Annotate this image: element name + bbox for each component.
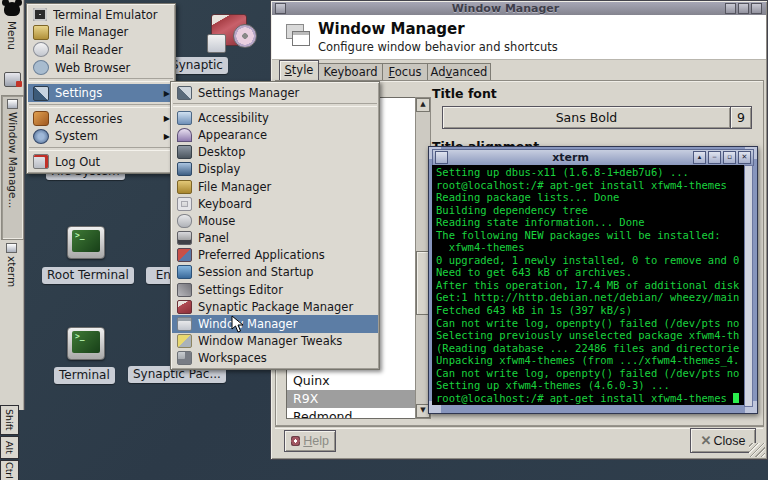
- terminal-line: Selecting previously unselected package …: [436, 329, 744, 342]
- synaptic-desktop-icon[interactable]: [207, 12, 257, 54]
- dialog-title: Window Manager: [287, 2, 724, 15]
- alt-key-button[interactable]: Alt: [0, 436, 19, 459]
- submenu-item-settings-manager[interactable]: Settings Manager: [172, 84, 378, 101]
- menu-item-settings[interactable]: Settings ▶: [28, 84, 174, 102]
- root-terminal-icon[interactable]: [67, 226, 105, 259]
- xterm-scrollbar[interactable]: [744, 165, 753, 407]
- close-button[interactable]: ✕ Close: [690, 428, 756, 453]
- terminal-line: Can not write log, openpty() failed (/de…: [436, 317, 744, 330]
- shift-key-button[interactable]: Shift: [0, 405, 19, 435]
- menu-separator: [29, 147, 173, 151]
- menu-item-file-manager[interactable]: File Manager: [28, 24, 174, 42]
- submenu-item-desktop[interactable]: Desktop: [172, 144, 378, 161]
- launcher-icon[interactable]: [4, 72, 21, 87]
- shade-icon[interactable]: ▴: [693, 151, 706, 164]
- window-manager-icon: [177, 317, 192, 331]
- terminal-line: Unpacking xfwm4-themes (from .../xfwm4-t…: [436, 354, 744, 367]
- help-button[interactable]: Help: [284, 430, 336, 452]
- preferred-applications-icon: [177, 248, 192, 262]
- submenu-item-window-manager[interactable]: Window Manager: [172, 315, 378, 332]
- tab-advanced[interactable]: Advanced: [427, 63, 491, 80]
- window-menu-icon[interactable]: [275, 3, 286, 14]
- submenu-item-mouse[interactable]: Mouse: [172, 212, 378, 229]
- panel-menu-button[interactable]: Menu: [6, 21, 18, 50]
- submenu-item-appearance[interactable]: Appearance: [172, 126, 378, 143]
- submenu-item-display[interactable]: Display: [172, 161, 378, 178]
- menu-separator: [173, 103, 377, 107]
- session-startup-icon: [177, 265, 192, 279]
- settings-icon: [33, 86, 49, 101]
- submenu-item-panel[interactable]: Panel: [172, 230, 378, 247]
- close-icon: ✕: [701, 433, 712, 448]
- terminal-icon-label[interactable]: Terminal: [54, 367, 115, 384]
- terminal-line: Get:1 http://http.debian.net/debian/ whe…: [436, 291, 744, 304]
- system-icon: [33, 129, 49, 144]
- settings-editor-icon: [177, 283, 192, 297]
- font-size-button[interactable]: 9: [730, 106, 752, 129]
- menu-item-web-browser[interactable]: Web Browser: [28, 59, 174, 77]
- xfce-menu-icon[interactable]: [4, 2, 20, 16]
- window-icon: [7, 99, 18, 109]
- floppy-icon: [207, 34, 226, 53]
- submenu-item-workspaces[interactable]: Workspaces: [172, 350, 378, 367]
- mail-icon: [33, 42, 49, 57]
- resize-grip[interactable]: [749, 443, 765, 457]
- theme-list-item[interactable]: Quinx: [287, 372, 415, 390]
- submenu-item-settings-editor[interactable]: Settings Editor: [172, 281, 378, 298]
- terminal-line: Reading state information... Done: [436, 216, 744, 229]
- dialog-titlebar[interactable]: Window Manager: [272, 2, 766, 15]
- scroll-up-icon[interactable]: ▲: [416, 98, 430, 112]
- title-font-heading: Title font: [432, 86, 497, 101]
- ctrl-key-button[interactable]: Ctrl: [0, 460, 19, 480]
- taskbar-item-window-manager[interactable]: Window Manage...: [1, 95, 24, 240]
- close-icon[interactable]: ✕: [738, 151, 751, 164]
- maximize-icon[interactable]: [738, 3, 749, 14]
- terminal-line: Fetched 643 kB in 1s (397 kB/s): [436, 304, 744, 317]
- desktop-icon: [177, 145, 192, 159]
- menu-item-mail-reader[interactable]: Mail Reader: [28, 41, 174, 59]
- web-browser-icon: [33, 60, 49, 75]
- submenu-item-file-manager[interactable]: File Manager: [172, 178, 378, 195]
- left-panel: Menu Window Manage... xterm: [0, 0, 25, 410]
- tab-keyboard[interactable]: Keyboard: [318, 63, 383, 80]
- submenu-item-keyboard[interactable]: Keyboard: [172, 195, 378, 212]
- desktop: Synaptic File System Root Terminal Ena T…: [0, 0, 768, 480]
- dialog-header-title: Window Manager: [318, 20, 465, 38]
- root-terminal-icon-label[interactable]: Root Terminal: [42, 267, 134, 284]
- menu-separator: [29, 104, 173, 108]
- accessibility-icon: [177, 111, 192, 125]
- submenu-item-accessibility[interactable]: Accessibility: [172, 109, 378, 126]
- menu-item-accessories[interactable]: Accessories ▶: [28, 110, 174, 128]
- maximize-icon[interactable]: ▫: [723, 151, 736, 164]
- mouse-icon: [177, 214, 192, 228]
- menu-item-system[interactable]: System ▶: [28, 128, 174, 146]
- taskbar-item-xterm[interactable]: xterm: [1, 240, 22, 335]
- terminal-output[interactable]: Setting up dbus-x11 (1.6.8-1+deb7u6) ...…: [432, 165, 744, 405]
- xterm-title: xterm: [449, 151, 692, 164]
- menu-separator: [29, 78, 173, 82]
- applications-menu: Terminal Emulator File Manager Mail Read…: [26, 3, 176, 174]
- submenu-item-session-and-startup[interactable]: Session and Startup: [172, 264, 378, 281]
- xterm-titlebar[interactable]: xterm ▴ ‒ ▫ ✕: [432, 149, 754, 166]
- submenu-item-window-manager-tweaks[interactable]: Window Manager Tweaks: [172, 333, 378, 350]
- font-select-button[interactable]: Sans Bold: [442, 106, 731, 129]
- keyboard-icon: [177, 197, 192, 211]
- xterm-menu-icon[interactable]: [435, 151, 448, 164]
- menu-item-log-out[interactable]: Log Out: [28, 153, 174, 171]
- display-icon: [177, 162, 192, 176]
- terminal-icon-desktop[interactable]: [67, 327, 105, 360]
- tab-style[interactable]: Style: [279, 60, 319, 80]
- help-icon: [291, 436, 300, 446]
- tab-focus[interactable]: Focus: [382, 63, 428, 80]
- settings-manager-icon: [177, 86, 192, 100]
- theme-list-item-selected[interactable]: R9X: [287, 390, 415, 408]
- submenu-item-synaptic-package-manager[interactable]: Synaptic Package Manager: [172, 298, 378, 315]
- terminal-line: 0 upgraded, 1 newly installed, 0 to remo…: [436, 254, 744, 267]
- window-manager-tweaks-icon: [177, 334, 192, 348]
- minimize-icon[interactable]: ‒: [708, 151, 721, 164]
- minimize-icon[interactable]: [725, 3, 736, 14]
- close-window-icon[interactable]: [751, 3, 762, 14]
- theme-list-item[interactable]: Redmond: [287, 408, 415, 419]
- submenu-item-preferred-applications[interactable]: Preferred Applications: [172, 247, 378, 264]
- menu-item-terminal-emulator[interactable]: Terminal Emulator: [28, 6, 174, 24]
